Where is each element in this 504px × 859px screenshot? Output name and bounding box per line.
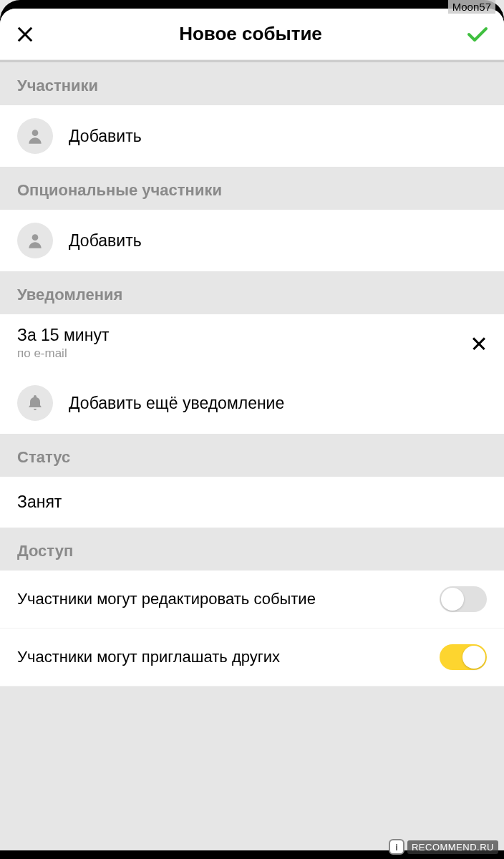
access-invite-label: Участники могут приглашать других <box>17 648 428 666</box>
section-status-header: Статус <box>0 434 504 477</box>
remove-notification-icon[interactable] <box>471 336 487 351</box>
add-participant-label: Добавить <box>69 127 142 146</box>
close-icon[interactable] <box>16 25 34 44</box>
access-edit-toggle[interactable] <box>440 586 487 612</box>
confirm-icon[interactable] <box>467 26 488 42</box>
add-optional-row[interactable]: Добавить <box>0 210 504 271</box>
section-notifications-header: Уведомления <box>0 271 504 314</box>
person-icon <box>17 223 53 258</box>
app-container: Новое событие Участники Добавить Опциона… <box>0 9 504 850</box>
watermark: i RECOMMEND.RU <box>389 839 498 855</box>
notification-item[interactable]: За 15 минут по e-mail <box>0 314 504 372</box>
notification-title: За 15 минут <box>17 326 109 345</box>
access-edit-label: Участники могут редактировать событие <box>17 590 428 608</box>
access-invite-row: Участники могут приглашать других <box>0 629 504 686</box>
notification-text: За 15 минут по e-mail <box>17 326 109 361</box>
overlay-username: Moon57 <box>448 0 495 14</box>
status-row[interactable]: Занят <box>0 477 504 528</box>
add-notification-row[interactable]: Добавить ещё уведомление <box>0 372 504 434</box>
watermark-badge: i <box>389 839 404 855</box>
bell-icon <box>17 385 53 421</box>
person-icon <box>17 118 53 154</box>
section-optional-header: Опциональные участники <box>0 167 504 210</box>
page-title: Новое событие <box>179 23 322 45</box>
add-optional-label: Добавить <box>69 231 142 251</box>
access-edit-row: Участники могут редактировать событие <box>0 571 504 629</box>
notification-subtitle: по e-mail <box>17 346 109 361</box>
svg-point-0 <box>32 130 39 136</box>
svg-point-1 <box>32 234 39 241</box>
section-access-header: Доступ <box>0 528 504 571</box>
section-participants-header: Участники <box>0 62 504 105</box>
watermark-text: RECOMMEND.RU <box>407 840 498 854</box>
access-invite-toggle[interactable] <box>440 644 487 670</box>
status-value: Занят <box>17 492 487 512</box>
phone-frame: Новое событие Участники Добавить Опциона… <box>0 0 504 859</box>
add-notification-label: Добавить ещё уведомление <box>69 394 284 413</box>
header: Новое событие <box>0 9 504 60</box>
add-participant-row[interactable]: Добавить <box>0 105 504 167</box>
content-scroll[interactable]: Участники Добавить Опциональные участник… <box>0 62 504 850</box>
